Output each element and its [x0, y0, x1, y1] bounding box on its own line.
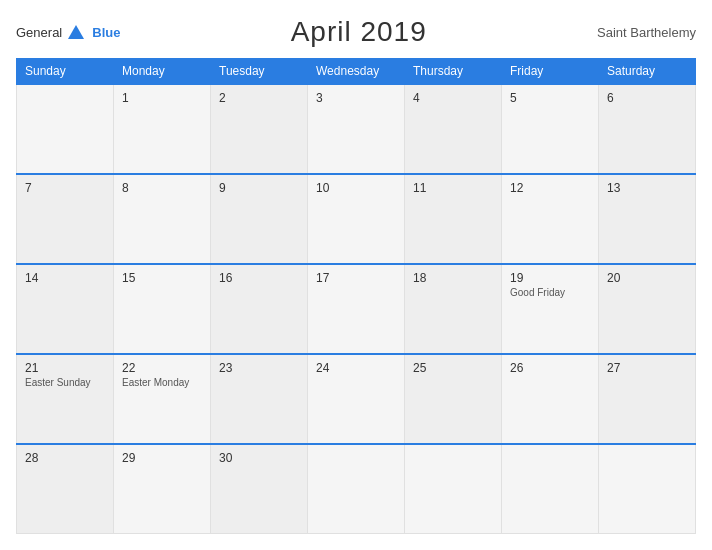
header-thursday: Thursday [405, 59, 502, 85]
cell-event-label: Good Friday [510, 287, 590, 298]
calendar-cell: 22Easter Monday [114, 354, 211, 444]
calendar-cell: 1 [114, 84, 211, 174]
calendar-cell: 5 [502, 84, 599, 174]
calendar-cell [599, 444, 696, 534]
cell-day-number: 26 [510, 361, 590, 375]
cell-day-number: 14 [25, 271, 105, 285]
cell-day-number: 19 [510, 271, 590, 285]
calendar-cell [502, 444, 599, 534]
calendar-week-row: 141516171819Good Friday20 [17, 264, 696, 354]
cell-day-number: 1 [122, 91, 202, 105]
header-tuesday: Tuesday [211, 59, 308, 85]
cell-day-number: 4 [413, 91, 493, 105]
cell-day-number: 18 [413, 271, 493, 285]
calendar-cell: 15 [114, 264, 211, 354]
calendar-cell: 27 [599, 354, 696, 444]
header-sunday: Sunday [17, 59, 114, 85]
calendar-cell: 2 [211, 84, 308, 174]
logo-general: General [16, 25, 62, 40]
calendar-week-row: 21Easter Sunday22Easter Monday2324252627 [17, 354, 696, 444]
calendar-cell: 17 [308, 264, 405, 354]
cell-day-number: 5 [510, 91, 590, 105]
calendar-cell: 3 [308, 84, 405, 174]
calendar-title: April 2019 [291, 16, 427, 48]
cell-day-number: 2 [219, 91, 299, 105]
header-monday: Monday [114, 59, 211, 85]
calendar-cell: 19Good Friday [502, 264, 599, 354]
calendar-cell: 24 [308, 354, 405, 444]
cell-day-number: 20 [607, 271, 687, 285]
weekday-header-row: Sunday Monday Tuesday Wednesday Thursday… [17, 59, 696, 85]
calendar-cell [308, 444, 405, 534]
cell-day-number: 28 [25, 451, 105, 465]
cell-event-label: Easter Monday [122, 377, 202, 388]
cell-day-number: 27 [607, 361, 687, 375]
cell-day-number: 13 [607, 181, 687, 195]
calendar-cell: 10 [308, 174, 405, 264]
cell-event-label: Easter Sunday [25, 377, 105, 388]
cell-day-number: 11 [413, 181, 493, 195]
cell-day-number: 12 [510, 181, 590, 195]
header-friday: Friday [502, 59, 599, 85]
calendar-table: Sunday Monday Tuesday Wednesday Thursday… [16, 58, 696, 534]
calendar-cell: 14 [17, 264, 114, 354]
calendar-cell: 7 [17, 174, 114, 264]
cell-day-number: 21 [25, 361, 105, 375]
logo-triangle-icon [68, 25, 84, 39]
cell-day-number: 9 [219, 181, 299, 195]
calendar-cell: 25 [405, 354, 502, 444]
cell-day-number: 3 [316, 91, 396, 105]
calendar-cell: 8 [114, 174, 211, 264]
calendar-cell: 13 [599, 174, 696, 264]
calendar-cell: 4 [405, 84, 502, 174]
cell-day-number: 15 [122, 271, 202, 285]
cell-day-number: 24 [316, 361, 396, 375]
calendar-cell: 9 [211, 174, 308, 264]
cell-day-number: 23 [219, 361, 299, 375]
calendar-cell: 30 [211, 444, 308, 534]
calendar-cell: 21Easter Sunday [17, 354, 114, 444]
header-wednesday: Wednesday [308, 59, 405, 85]
calendar-cell [405, 444, 502, 534]
cell-day-number: 16 [219, 271, 299, 285]
cell-day-number: 17 [316, 271, 396, 285]
cell-day-number: 10 [316, 181, 396, 195]
calendar-header: General Blue April 2019 Saint Barthelemy [16, 16, 696, 48]
calendar-cell: 6 [599, 84, 696, 174]
calendar-cell: 16 [211, 264, 308, 354]
calendar-week-row: 123456 [17, 84, 696, 174]
calendar-cell: 23 [211, 354, 308, 444]
calendar-cell: 12 [502, 174, 599, 264]
cell-day-number: 30 [219, 451, 299, 465]
calendar-week-row: 282930 [17, 444, 696, 534]
calendar-cell [17, 84, 114, 174]
header-saturday: Saturday [599, 59, 696, 85]
cell-day-number: 25 [413, 361, 493, 375]
calendar-cell: 29 [114, 444, 211, 534]
cell-day-number: 29 [122, 451, 202, 465]
cell-day-number: 6 [607, 91, 687, 105]
calendar-cell: 20 [599, 264, 696, 354]
region-label: Saint Barthelemy [597, 25, 696, 40]
calendar-week-row: 78910111213 [17, 174, 696, 264]
calendar-cell: 28 [17, 444, 114, 534]
logo: General Blue [16, 23, 120, 41]
calendar-cell: 11 [405, 174, 502, 264]
logo-blue: Blue [92, 25, 120, 40]
cell-day-number: 8 [122, 181, 202, 195]
cell-day-number: 7 [25, 181, 105, 195]
calendar-cell: 18 [405, 264, 502, 354]
cell-day-number: 22 [122, 361, 202, 375]
calendar-cell: 26 [502, 354, 599, 444]
